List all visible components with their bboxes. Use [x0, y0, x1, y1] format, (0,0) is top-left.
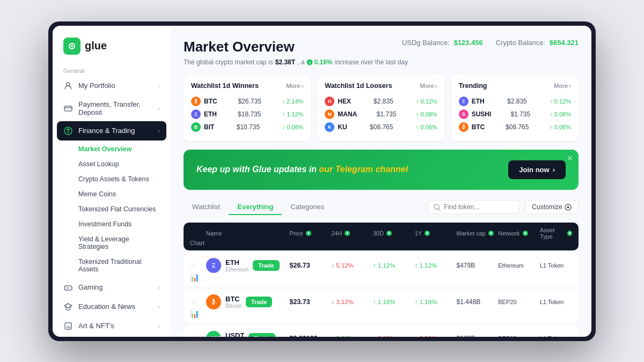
star-btc[interactable]: ☆ [190, 298, 206, 306]
sidebar-item-portfolio[interactable]: My Portfolio › [53, 76, 171, 95]
submenu-asset-lookup[interactable]: Asset Lookup [53, 157, 171, 172]
trending-row-2: ₿BTC $08.765 ↑ 0.06% [459, 121, 571, 134]
logo: glue [53, 26, 171, 63]
education-label: Education & News [78, 302, 135, 311]
usdt-info: USDT USDT Tether Trade [206, 331, 290, 337]
eth-mktcap: $479B [457, 262, 499, 269]
banner-highlight: our Telegram channel [319, 165, 408, 174]
finance-icon [63, 126, 73, 136]
usdt-price: $0.00123 [290, 335, 332, 337]
col-30d: 30D ● [373, 227, 415, 240]
sidebar-item-education[interactable]: Education & News › [53, 297, 171, 316]
customize-button[interactable]: Customize [525, 200, 579, 214]
search-icon [434, 204, 441, 211]
col-price: Price ● [290, 227, 332, 240]
sidebar-section-general: General [53, 63, 171, 76]
col-mktcap: Market cap ● [457, 227, 499, 240]
submenu-market-overview[interactable]: Market Overview [53, 142, 171, 157]
usdt-24h: ↑ 0.22% [331, 335, 373, 337]
tab-everything[interactable]: Everything [229, 200, 282, 215]
network-info: ● [523, 231, 528, 236]
trending-row-0: ΞETH $2.835 ↑ 0.12% [459, 95, 571, 108]
trending-more[interactable]: More › [554, 83, 571, 89]
submenu-meme-coins[interactable]: Meme Coins [53, 187, 171, 202]
loosers-title: Watchlist 1d Loosers [325, 82, 392, 90]
portfolio-chevron: › [158, 83, 160, 89]
sidebar-item-payments[interactable]: Payments, Transfer, Deposit › [53, 95, 171, 121]
mktcap-value: $2.38T [275, 58, 295, 66]
asset-info: ● [567, 231, 572, 236]
svg-rect-5 [65, 323, 71, 329]
eth-24h: ↓ 5.12% [331, 262, 373, 269]
col-24h: 24H ● [331, 227, 373, 240]
star-usdt[interactable]: ☆ [190, 334, 206, 337]
tab-categories[interactable]: Categories [282, 200, 333, 215]
search-input[interactable] [444, 203, 514, 211]
winners-more[interactable]: More › [286, 83, 303, 89]
usdt-trade-button[interactable]: Trade [248, 333, 275, 337]
btc-info: ₿ BTC Bitcoin Trade [206, 294, 290, 309]
sidebar: glue General My Portfolio › Payments, Tr… [53, 26, 171, 337]
eth-trade-button[interactable]: Trade [253, 260, 279, 271]
education-chevron: › [158, 304, 160, 310]
logo-text: glue [85, 40, 107, 52]
usdt-1y: ↓ 3.22% [415, 335, 457, 337]
btc-trend-dot: ₿ [459, 122, 469, 132]
svg-point-10 [567, 206, 569, 208]
btc-icon: ₿ [206, 294, 221, 309]
payments-label: Payments, Transfer, Deposit [78, 100, 152, 116]
bit-dot: B [191, 122, 201, 132]
eth-asset: L1 Token [540, 262, 572, 269]
loosers-header: Watchlist 1d Loosers More › [325, 82, 437, 90]
24h-info: ● [345, 231, 350, 236]
eth-chart-icon[interactable]: 📊 [190, 273, 206, 282]
table-header: Name Price ● 24H ● 30D ● 1Y ● Market cap… [184, 223, 579, 250]
customize-icon [565, 204, 572, 211]
usdt-icon: USDT [206, 331, 221, 337]
trending-title: Trending [459, 82, 487, 90]
submenu-investment-funds[interactable]: Investment Funds [53, 217, 171, 232]
30d-info: ● [386, 231, 392, 236]
finance-chevron: › [158, 128, 160, 134]
usdt-mktcap: $102B [457, 335, 499, 337]
col-chart: Chart [190, 240, 206, 246]
watchlist-grid: Watchlist 1d Winners More › ₿BTC $26.735… [184, 75, 579, 141]
watchlist-loosers-card: Watchlist 1d Loosers More › HHEX $2.835 … [317, 75, 444, 141]
table-row: ☆ ₿ BTC Bitcoin Trade $23.73 ↓ 3.12% ↑ 1… [184, 289, 579, 323]
sidebar-item-art[interactable]: Art & NFT's › [53, 316, 171, 336]
looser-row-2: KKU $08.765 ↑ 0.06% [325, 121, 437, 134]
sidebar-item-finance[interactable]: Finance & Trading › [57, 121, 166, 141]
submenu-tokenized-traditional[interactable]: Tokenized Traditional Assets [53, 254, 171, 277]
star-eth[interactable]: ☆ [190, 261, 206, 269]
loosers-more[interactable]: More › [420, 83, 437, 89]
svg-rect-1 [64, 106, 72, 111]
svg-point-0 [67, 83, 70, 86]
tab-watchlist[interactable]: Watchlist [184, 200, 229, 215]
telegram-banner: Keep up with Glue updates in our Telegra… [184, 150, 579, 190]
btc-asset: L1 Token [540, 299, 572, 305]
eth-info: Ξ ETH Ethereum Trade [206, 258, 290, 273]
watchlist-winners-card: Watchlist 1d Winners More › ₿BTC $26.735… [184, 75, 311, 141]
join-now-button[interactable]: Join now › [508, 160, 566, 179]
col-1y: 1Y ● [415, 227, 457, 240]
sidebar-item-gaming[interactable]: Gaming › [53, 278, 171, 297]
col-name: Name [206, 227, 290, 240]
sushi-dot: S [459, 109, 469, 119]
banner-close-button[interactable]: ✕ [567, 154, 573, 162]
portfolio-label: My Portfolio [78, 82, 115, 90]
balance-section: USDg Balance: $123.456 Crypto Balance: $… [402, 39, 579, 47]
col-network: Network ● [498, 227, 540, 240]
banner-text: Keep up with Glue updates in our Telegra… [196, 165, 408, 174]
btc-chart-icon[interactable]: 📊 [190, 309, 206, 318]
svg-point-8 [434, 204, 439, 209]
usdt-network: BEP20 [498, 335, 540, 337]
btc-trade-button[interactable]: Trade [246, 297, 272, 307]
payments-icon [63, 104, 73, 113]
art-chevron: › [158, 323, 160, 329]
eth-icon: Ξ [206, 258, 221, 273]
submenu-crypto-assets[interactable]: Crypto Assets & Tokens [53, 172, 171, 187]
trending-row-1: SSUSHI $1.735 ↑ 0.08% [459, 108, 571, 121]
portfolio-icon [63, 81, 73, 91]
submenu-yield[interactable]: Yield & Leverage Strategies [53, 232, 171, 254]
submenu-tokenized-fiat[interactable]: Tokenized Flat Currencies [53, 202, 171, 217]
